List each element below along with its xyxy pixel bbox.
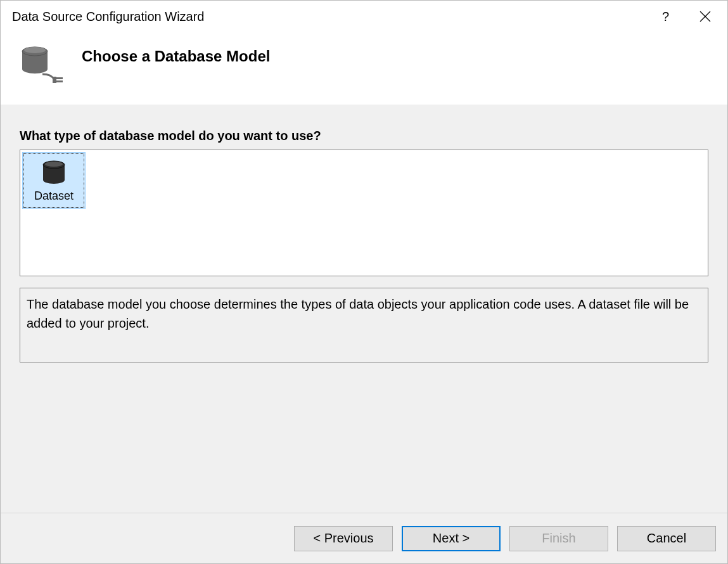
svg-point-10 bbox=[45, 162, 63, 167]
svg-point-4 bbox=[24, 47, 46, 53]
help-icon[interactable]: ? bbox=[657, 7, 674, 27]
content-area: What type of database model do you want … bbox=[1, 105, 727, 513]
option-dataset[interactable]: Dataset bbox=[22, 152, 86, 209]
previous-button[interactable]: < Previous bbox=[294, 526, 393, 551]
finish-button[interactable]: Finish bbox=[509, 526, 608, 551]
window-title: Data Source Configuration Wizard bbox=[12, 10, 657, 24]
model-options-list[interactable]: Dataset bbox=[20, 150, 708, 276]
dataset-icon bbox=[41, 159, 67, 186]
next-button[interactable]: Next > bbox=[402, 526, 501, 551]
titlebar: Data Source Configuration Wizard ? bbox=[1, 1, 727, 32]
wizard-header: Choose a Database Model bbox=[1, 32, 727, 105]
titlebar-controls: ? bbox=[657, 7, 716, 27]
description-text: The database model you choose determines… bbox=[20, 288, 708, 362]
database-wizard-icon bbox=[18, 44, 64, 89]
option-label: Dataset bbox=[34, 189, 73, 203]
question-label: What type of database model do you want … bbox=[20, 129, 708, 143]
svg-rect-5 bbox=[53, 77, 56, 83]
svg-rect-7 bbox=[56, 80, 63, 82]
svg-rect-6 bbox=[56, 77, 63, 79]
close-icon[interactable] bbox=[694, 8, 716, 25]
button-bar: < Previous Next > Finish Cancel bbox=[1, 513, 727, 563]
page-title: Choose a Database Model bbox=[82, 44, 270, 65]
cancel-button[interactable]: Cancel bbox=[617, 526, 716, 551]
